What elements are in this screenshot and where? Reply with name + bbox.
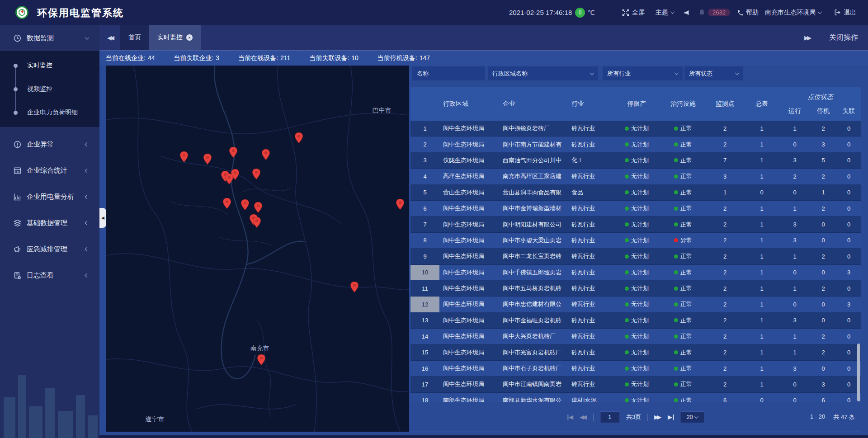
- table-row[interactable]: 12阆中生态环境局阆中市忠信建材有限公砖瓦行业无计划正常21003: [410, 297, 861, 312]
- tab-home[interactable]: 首页: [120, 25, 149, 50]
- table-row[interactable]: 5营山生态环境局营山县润丰肉食品有限食品无计划正常10010: [410, 185, 861, 201]
- prev-page-button[interactable]: ◀◀: [580, 414, 587, 420]
- sidebar-group-base-data[interactable]: 基础数据管理: [0, 210, 99, 236]
- cell-company: 阆中市五马桥页岩机砖: [499, 281, 568, 296]
- sidebar-item-power-load-detail[interactable]: 企业电力负荷明细: [0, 101, 99, 124]
- status-dot-icon: [625, 254, 629, 259]
- table-row[interactable]: 6阆中生态环境局阆中市金博瑞新型墙材砖瓦行业无计划正常21120: [410, 201, 861, 217]
- column-header-region: 行政区域: [439, 87, 499, 121]
- table-row[interactable]: 11阆中生态环境局阆中市五马桥页岩机砖砖瓦行业无计划正常21120: [410, 281, 861, 297]
- row-index: 13: [410, 313, 439, 328]
- region-select[interactable]: 行政区域名称: [488, 66, 598, 80]
- sidebar-group-enterprise-abnormal[interactable]: 企业异常: [0, 131, 99, 157]
- map-canvas[interactable]: 巴中市南充市遂宁市: [106, 66, 409, 432]
- facility-status: 正常: [660, 217, 706, 232]
- table-row[interactable]: 4高坪生态环境局南充市高坪区王家店建砖瓦行业无计划正常31220: [410, 169, 861, 184]
- table-row[interactable]: 8阆中生态环境局阆中市枣碧大梁山页岩砖瓦行业无计划异常21300: [410, 233, 861, 249]
- limit-status: 无计划: [613, 265, 660, 280]
- first-page-button[interactable]: ◀: [567, 414, 573, 420]
- table-row[interactable]: 9阆中生态环境局阆中市二龙长宝页岩砖砖瓦行业无计划正常21120: [410, 249, 861, 264]
- row-index: 5: [410, 185, 439, 200]
- map-city-label: 遂宁市: [146, 415, 165, 424]
- cell-company: 营山县润丰肉食品有限: [499, 185, 568, 200]
- last-page-button[interactable]: ▶: [668, 414, 674, 420]
- page-size-value: 20: [686, 414, 693, 420]
- cell-industry: 砖瓦行业: [568, 121, 613, 136]
- table-row[interactable]: 10阆中生态环境局阆中千佛镇五郎垭页岩砖瓦行业无计划正常21003: [410, 265, 861, 281]
- cell-stop: 2: [810, 281, 836, 296]
- status-dot-icon: [625, 398, 629, 402]
- limit-status: 无计划: [613, 201, 660, 216]
- status-dot-icon: [625, 142, 629, 146]
- org-menu-button[interactable]: 南充市生态环境局: [765, 0, 821, 25]
- cell-industry: 化工: [568, 153, 613, 168]
- close-operations-button[interactable]: 关闭操作: [829, 33, 858, 42]
- limit-status: 无计划: [613, 297, 660, 312]
- sidebar-group-enterprise-stats[interactable]: 企业综合统计: [0, 157, 99, 184]
- sidebar-group-logs[interactable]: 日志查看: [0, 262, 99, 288]
- limit-status: 无计划: [613, 217, 660, 232]
- logout-button[interactable]: 退出: [834, 0, 856, 25]
- cell-company: 阆中市忠信建材有限公: [499, 297, 568, 312]
- cell-meters: 1: [744, 249, 779, 264]
- status-dot-icon: [625, 287, 629, 291]
- tab-label: 首页: [128, 33, 141, 42]
- fullscreen-button[interactable]: 全屏: [622, 0, 645, 25]
- cell-lost: 0: [836, 281, 861, 296]
- status-dot-icon: [625, 158, 629, 162]
- tab-realtime-monitor[interactable]: 实时监控 ×: [149, 25, 201, 50]
- table-scrollbar-thumb[interactable]: [857, 344, 860, 401]
- sidebar-group-power-analysis[interactable]: 企业用电量分析: [0, 184, 99, 210]
- table-row[interactable]: 13阆中生态环境局阆中市金福旺页岩机砖砖瓦行业无计划正常21300: [410, 313, 861, 329]
- cell-stop: 3: [810, 377, 836, 392]
- page-size-select[interactable]: 20: [680, 411, 704, 423]
- name-search-field[interactable]: [412, 66, 485, 80]
- page-number-input[interactable]: [600, 411, 620, 423]
- cell-company: 阆中市石子页岩机砖厂: [499, 361, 568, 376]
- sidebar-group-label: 企业异常: [27, 140, 54, 149]
- theme-menu-button[interactable]: 主题: [656, 0, 674, 25]
- status-dot-icon: [625, 318, 629, 322]
- app-logo-icon: [15, 6, 28, 19]
- table-row[interactable]: 14阆中生态环境局阆中大兴页岩机砖厂砖瓦行业无计划正常21120: [410, 329, 861, 344]
- table-row[interactable]: 1阆中生态环境局阆中强锐页岩砖厂砖瓦行业无计划正常21120: [410, 121, 861, 137]
- cell-stop: 2: [810, 344, 836, 360]
- industry-select[interactable]: 所有行业: [603, 66, 683, 80]
- point-status-group-title: 点位状态: [779, 87, 861, 101]
- table-row[interactable]: 2阆中生态环境局阆中市南方节能建材有砖瓦行业无计划正常21030: [410, 137, 861, 152]
- mute-button[interactable]: [684, 0, 690, 25]
- table-row[interactable]: 3仪陇生态环境局西南油气田分公司川中化工无计划正常71350: [410, 153, 861, 169]
- row-index: 14: [410, 329, 439, 344]
- sidebar-item-video-monitor[interactable]: 视频监控: [0, 77, 99, 101]
- cell-points: 2: [706, 313, 744, 328]
- next-page-button[interactable]: ▶▶: [654, 414, 661, 420]
- chevron-down-icon: [818, 9, 822, 14]
- sidebar-collapse-handle[interactable]: ◀: [99, 208, 106, 228]
- limit-status: 无计划: [613, 329, 660, 344]
- sidebar-group-data-monitor[interactable]: 数据监测: [0, 25, 99, 51]
- row-index: 16: [410, 361, 439, 376]
- facility-status: 正常: [660, 377, 706, 392]
- table-row[interactable]: 15阆中生态环境局阆中市光富页岩机砖厂砖瓦行业无计划正常21120: [410, 344, 861, 360]
- tabs-scroll-right-button[interactable]: ▶▶: [797, 34, 817, 41]
- table-row[interactable]: 16阆中生态环境局阆中市石子页岩机砖厂砖瓦行业无计划正常21300: [410, 361, 861, 377]
- sidebar-item-realtime-monitor[interactable]: 实时监控: [0, 54, 99, 77]
- cell-lost: 0: [836, 313, 861, 328]
- status-select[interactable]: 所有状态: [684, 66, 743, 80]
- tab-close-icon[interactable]: ×: [186, 34, 193, 41]
- table-row[interactable]: 17阆中生态环境局阆中市江南镇阆南页岩砖瓦行业无计划正常21030: [410, 377, 861, 392]
- cell-industry: 食品: [568, 185, 613, 200]
- tabs-scroll-left-button[interactable]: ◀◀: [99, 25, 120, 50]
- notifications-button[interactable]: 2632: [698, 0, 730, 25]
- status-dot-icon: [625, 302, 629, 306]
- table-row[interactable]: 18南部生态环境局南部县新华水泥有限公建材|水泥无计划正常60060: [410, 393, 861, 402]
- cell-points: 2: [706, 137, 744, 152]
- chevron-left-icon: [85, 273, 90, 278]
- name-search-input[interactable]: [417, 70, 481, 77]
- column-group-point-status: 点位状态 运行 停机 失联: [779, 87, 861, 121]
- help-button[interactable]: 帮助: [737, 0, 759, 25]
- stat-online-enterprises: 当前在线企业:44: [106, 54, 155, 62]
- facility-status: 正常: [660, 361, 706, 376]
- table-row[interactable]: 7阆中生态环境局阆中明阳建材有限公司砖瓦行业无计划正常21300: [410, 217, 861, 232]
- sidebar-group-emergency[interactable]: 应急减排管理: [0, 236, 99, 262]
